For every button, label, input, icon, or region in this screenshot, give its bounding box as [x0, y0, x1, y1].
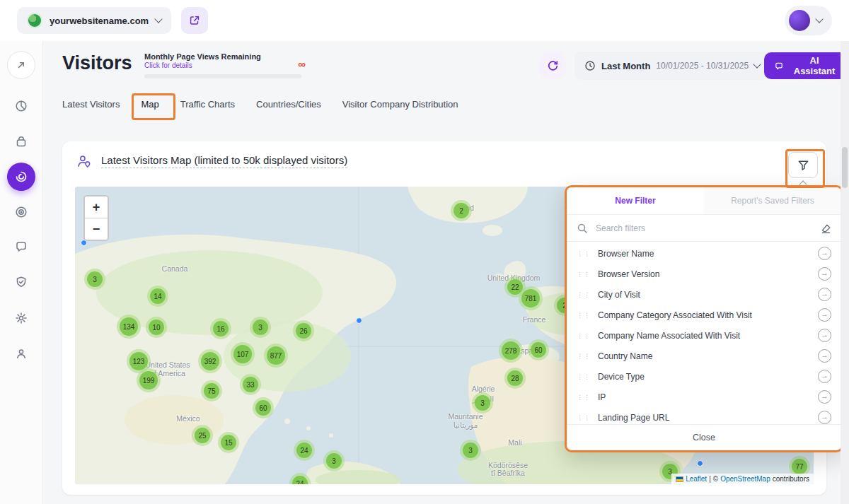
- cluster-marker[interactable]: 60: [528, 339, 549, 361]
- cluster-marker[interactable]: 134: [117, 315, 141, 339]
- filter-item-landing-page-url[interactable]: ⋮⋮Landing Page URL→: [567, 407, 841, 424]
- arrow-right-circle-icon[interactable]: →: [818, 308, 831, 322]
- sidebar-item-arrow[interactable]: [7, 51, 35, 79]
- cluster-marker[interactable]: 26: [293, 320, 314, 341]
- sidebar-item-visitors[interactable]: [7, 163, 35, 191]
- sidebar-item-overview[interactable]: [7, 92, 35, 120]
- filter-item-ip[interactable]: ⋮⋮IP→: [567, 387, 841, 407]
- date-preset: Last Month: [601, 61, 650, 71]
- cluster-marker[interactable]: 392: [198, 349, 222, 373]
- page-views-quota[interactable]: Monthly Page Views Remaining Click for d…: [144, 52, 301, 78]
- cluster-marker[interactable]: 278: [499, 339, 523, 363]
- cluster-marker[interactable]: 25: [192, 425, 213, 446]
- tab-latest-visitors[interactable]: Latest Visitors: [62, 99, 120, 110]
- chevron-down-icon: [815, 15, 823, 23]
- ai-assistant-label: AI Assistant: [790, 55, 839, 76]
- cluster-marker[interactable]: 24: [294, 440, 315, 461]
- cluster-marker[interactable]: 3: [472, 392, 493, 414]
- cluster-marker[interactable]: 2: [451, 200, 472, 221]
- person-icon: [14, 346, 28, 361]
- tab-countries-cities[interactable]: Countries/Cities: [256, 99, 321, 110]
- arrow-right-circle-icon[interactable]: →: [818, 247, 831, 260]
- cluster-marker[interactable]: 14: [147, 286, 168, 307]
- zoom-in-button[interactable]: +: [85, 197, 108, 218]
- zoom-out-button[interactable]: −: [85, 218, 108, 240]
- drag-handle-icon[interactable]: ⋮⋮: [577, 373, 591, 380]
- drag-handle-icon[interactable]: ⋮⋮: [577, 394, 591, 401]
- filter-item-company-name-associated-with-visit[interactable]: ⋮⋮Company Name Associated With Visit→: [567, 325, 841, 346]
- visitor-map-icon: [75, 153, 92, 170]
- visitor-dot-marker[interactable]: [356, 317, 362, 324]
- cluster-marker[interactable]: 3: [250, 317, 271, 338]
- cluster-marker[interactable]: 16: [210, 318, 231, 339]
- filter-tab-new[interactable]: New Filter: [567, 187, 704, 214]
- map-place-label: tî Bêafrîka: [491, 469, 525, 477]
- filter-item-browser-name[interactable]: ⋮⋮Browser Name→: [567, 243, 841, 264]
- eraser-icon[interactable]: [820, 223, 831, 234]
- filter-item-country-name[interactable]: ⋮⋮Country Name→: [567, 346, 841, 366]
- cluster-marker[interactable]: 15: [218, 432, 239, 453]
- tab-map[interactable]: Map: [141, 99, 158, 110]
- arrow-right-circle-icon[interactable]: →: [818, 370, 831, 383]
- site-favicon-icon: [27, 13, 42, 28]
- quota-details-link[interactable]: Click for details: [144, 61, 301, 69]
- drag-handle-icon[interactable]: ⋮⋮: [577, 271, 591, 278]
- filter-tab-saved[interactable]: Report's Saved Filters: [704, 187, 841, 214]
- arrow-right-circle-icon[interactable]: →: [818, 411, 831, 424]
- cluster-marker[interactable]: 28: [504, 368, 526, 389]
- ai-assistant-button[interactable]: AI Assistant: [764, 52, 849, 79]
- drag-handle-icon[interactable]: ⋮⋮: [577, 250, 591, 257]
- visitor-dot-marker[interactable]: [697, 460, 703, 467]
- filter-item-city-of-visit[interactable]: ⋮⋮City of Visit→: [567, 284, 841, 305]
- page-scrollbar[interactable]: [841, 41, 849, 504]
- arrow-right-circle-icon[interactable]: →: [818, 288, 831, 301]
- filter-item-company-category-associated-with-visit[interactable]: ⋮⋮Company Category Associated With Visit…: [567, 305, 841, 325]
- cluster-marker[interactable]: 10: [146, 317, 167, 338]
- filter-close-button[interactable]: Close: [567, 424, 841, 450]
- sidebar-item-communication[interactable]: [7, 233, 35, 261]
- sidebar-item-account[interactable]: [7, 339, 35, 368]
- profile-menu[interactable]: [785, 6, 832, 35]
- tab-visitor-company-distribution[interactable]: Visitor Company Distribution: [342, 99, 458, 110]
- spiral-visitors-icon: [14, 170, 28, 184]
- sidebar-item-privacy[interactable]: [7, 268, 35, 296]
- drag-handle-icon[interactable]: ⋮⋮: [577, 332, 591, 339]
- website-selector[interactable]: yourwebsitename.com: [17, 7, 171, 34]
- filter-item-device-type[interactable]: ⋮⋮Device Type→: [567, 366, 841, 387]
- drag-handle-icon[interactable]: ⋮⋮: [577, 312, 591, 319]
- cluster-marker[interactable]: 60: [253, 397, 274, 418]
- filter-item-label: Browser Version: [598, 269, 811, 279]
- drag-handle-icon[interactable]: ⋮⋮: [577, 353, 591, 360]
- cluster-marker[interactable]: 3: [84, 269, 105, 290]
- arrow-right-circle-icon[interactable]: →: [818, 329, 831, 342]
- sidebar-item-behavior[interactable]: [7, 198, 35, 226]
- cluster-marker[interactable]: 199: [137, 368, 161, 392]
- cluster-marker[interactable]: 3: [323, 450, 345, 471]
- cluster-marker[interactable]: 781: [519, 286, 543, 310]
- filter-item-browser-version[interactable]: ⋮⋮Browser Version→: [567, 264, 841, 284]
- cluster-marker[interactable]: 3: [460, 440, 481, 461]
- cluster-marker[interactable]: 33: [240, 374, 261, 395]
- tab-traffic-charts[interactable]: Traffic Charts: [180, 99, 235, 110]
- sidebar-item-ecommerce[interactable]: [7, 128, 35, 156]
- map-place-label: United States: [145, 361, 190, 369]
- filter-search-input[interactable]: [594, 223, 814, 234]
- arrow-right-circle-icon[interactable]: →: [818, 390, 831, 404]
- cluster-marker[interactable]: 75: [201, 380, 222, 402]
- scrollbar-thumb[interactable]: [842, 147, 848, 188]
- drag-handle-icon[interactable]: ⋮⋮: [577, 291, 591, 298]
- open-website-button[interactable]: [181, 7, 208, 34]
- leaflet-link[interactable]: Leaflet: [686, 475, 707, 483]
- arrow-right-circle-icon[interactable]: →: [818, 267, 831, 281]
- arrow-right-circle-icon[interactable]: →: [818, 349, 831, 363]
- map-place-label: México: [176, 414, 200, 423]
- arrow-icon: [14, 58, 28, 72]
- openstreetmap-link[interactable]: OpenStreetMap: [720, 475, 770, 483]
- cluster-marker[interactable]: 107: [231, 342, 255, 366]
- filter-button[interactable]: [788, 152, 818, 178]
- drag-handle-icon[interactable]: ⋮⋮: [577, 414, 591, 421]
- date-range-selector[interactable]: Last Month 10/01/2025 - 10/31/2025: [574, 52, 770, 80]
- refresh-button[interactable]: [538, 52, 567, 80]
- cluster-marker[interactable]: 877: [264, 344, 288, 368]
- sidebar-item-settings[interactable]: [7, 304, 35, 332]
